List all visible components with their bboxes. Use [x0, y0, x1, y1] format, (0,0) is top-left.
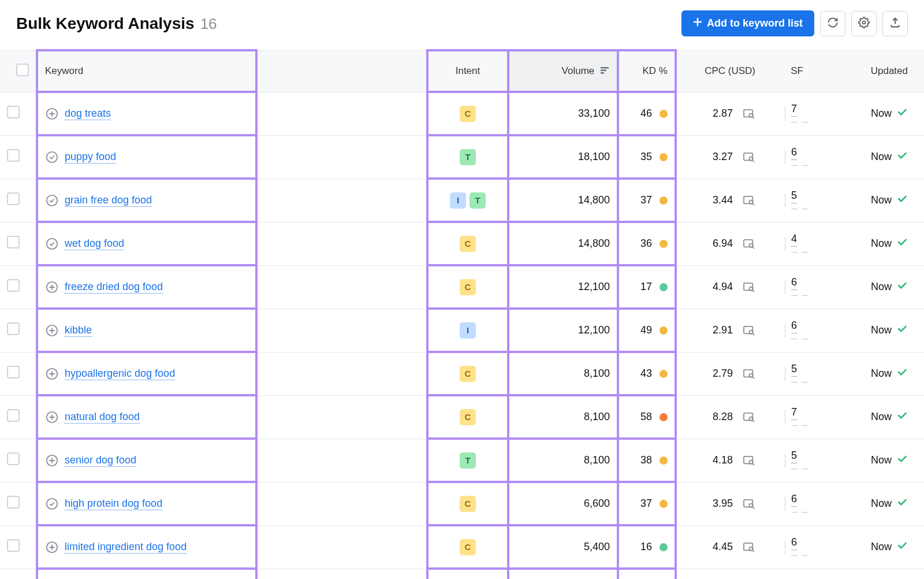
- add-keyword-icon[interactable]: [45, 280, 59, 294]
- row-checkbox[interactable]: [7, 279, 20, 292]
- sf-value[interactable]: 6: [791, 276, 797, 290]
- serp-preview-icon[interactable]: [743, 499, 755, 509]
- row-checkbox[interactable]: [7, 192, 20, 205]
- sf-trend-placeholder: — —: [791, 508, 809, 515]
- intent-tag-i[interactable]: I: [450, 192, 466, 209]
- intent-tag-t[interactable]: T: [470, 192, 486, 209]
- serp-preview-icon[interactable]: [743, 455, 755, 466]
- column-kd[interactable]: KD %: [618, 50, 676, 92]
- row-checkbox[interactable]: [7, 496, 20, 509]
- keyword-added-icon[interactable]: [45, 497, 59, 511]
- serp-preview-icon[interactable]: [743, 239, 755, 249]
- sf-value[interactable]: 6: [791, 320, 797, 333]
- column-kd-label: KD %: [643, 65, 668, 76]
- intent-tag-c[interactable]: C: [460, 279, 476, 295]
- sf-value[interactable]: 5: [791, 190, 797, 203]
- kd-difficulty-dot: [660, 110, 668, 118]
- row-checkbox[interactable]: [7, 366, 20, 378]
- intent-tag-i[interactable]: I: [460, 322, 476, 339]
- sf-trend-placeholder: — —: [791, 161, 809, 168]
- row-checkbox[interactable]: [7, 322, 20, 335]
- add-keyword-icon[interactable]: [45, 367, 59, 381]
- intent-tag-c[interactable]: C: [460, 236, 476, 252]
- sf-value[interactable]: 5: [791, 450, 797, 463]
- intent-tag-c[interactable]: C: [460, 496, 476, 512]
- volume-value: 8,100: [584, 454, 610, 466]
- intent-tag-c[interactable]: C: [460, 409, 476, 425]
- intent-tag-c[interactable]: C: [460, 366, 476, 382]
- column-cpc[interactable]: CPC (USD): [676, 50, 762, 92]
- cpc-value: 3.95: [713, 498, 733, 509]
- intent-tag-c[interactable]: C: [460, 106, 476, 122]
- add-to-keyword-list-button[interactable]: Add to keyword list: [681, 10, 814, 36]
- column-sf[interactable]: SF: [762, 50, 832, 92]
- keyword-link[interactable]: kibble: [65, 324, 92, 337]
- cpc-value: 3.27: [713, 151, 733, 162]
- svg-rect-2: [601, 70, 606, 72]
- intent-cell: C: [435, 106, 500, 122]
- checkmark-icon: [896, 410, 908, 424]
- keyword-link[interactable]: puppy food: [65, 151, 116, 164]
- keyword-link[interactable]: grain free dog food: [65, 194, 152, 207]
- sf-value[interactable]: 7: [791, 406, 797, 420]
- sf-value[interactable]: 6: [791, 493, 797, 507]
- column-cpc-label: CPC (USD): [705, 65, 755, 76]
- serp-preview-icon[interactable]: [743, 412, 755, 422]
- intent-tag-t[interactable]: T: [460, 452, 476, 469]
- row-checkbox[interactable]: [7, 409, 20, 422]
- export-button[interactable]: [882, 11, 908, 36]
- keyword-link[interactable]: dog treats: [65, 107, 111, 120]
- add-button-label: Add to keyword list: [707, 17, 803, 29]
- sf-value[interactable]: 6: [791, 146, 797, 160]
- serp-preview-icon[interactable]: [743, 369, 755, 379]
- column-volume[interactable]: Volume: [508, 50, 618, 92]
- add-keyword-icon[interactable]: [45, 410, 59, 424]
- keyword-link[interactable]: wet dog food: [65, 237, 124, 250]
- svg-point-31: [47, 498, 57, 509]
- sf-value[interactable]: 7: [791, 103, 797, 117]
- keyword-added-icon[interactable]: [45, 194, 59, 207]
- divider: [785, 497, 785, 511]
- result-count: 16: [200, 15, 217, 33]
- serp-preview-icon[interactable]: [743, 152, 755, 162]
- add-keyword-icon[interactable]: [45, 324, 59, 337]
- checkmark-icon: [896, 540, 908, 554]
- column-keyword[interactable]: Keyword: [37, 50, 256, 92]
- checkmark-icon: [896, 236, 908, 251]
- keyword-link[interactable]: high protein dog food: [65, 498, 162, 510]
- row-checkbox[interactable]: [7, 236, 20, 248]
- column-intent[interactable]: Intent: [427, 50, 508, 92]
- keyword-link[interactable]: freeze dried dog food: [65, 281, 163, 294]
- intent-tag-c[interactable]: C: [460, 539, 476, 555]
- column-intent-label: Intent: [456, 65, 480, 76]
- serp-preview-icon[interactable]: [743, 109, 755, 119]
- sf-value[interactable]: 4: [791, 233, 797, 247]
- column-updated[interactable]: Updated: [832, 50, 924, 92]
- row-checkbox[interactable]: [7, 106, 20, 118]
- keyword-link[interactable]: hypoallergenic dog food: [65, 368, 175, 380]
- row-checkbox[interactable]: [7, 452, 20, 465]
- row-checkbox[interactable]: [7, 539, 20, 552]
- sf-value[interactable]: 5: [791, 363, 797, 377]
- serp-preview-icon[interactable]: [743, 282, 755, 292]
- sf-cell: 6 — —: [785, 320, 809, 342]
- add-keyword-icon[interactable]: [45, 107, 59, 121]
- settings-button[interactable]: [851, 11, 877, 36]
- serp-preview-icon[interactable]: [743, 325, 755, 336]
- add-keyword-icon[interactable]: [45, 454, 59, 467]
- select-all-checkbox[interactable]: [16, 64, 29, 76]
- sf-value[interactable]: 6: [791, 536, 797, 550]
- keyword-added-icon[interactable]: [45, 237, 59, 251]
- keyword-link[interactable]: senior dog food: [65, 454, 136, 467]
- volume-value: 33,100: [578, 107, 610, 119]
- keyword-link[interactable]: natural dog food: [65, 411, 140, 424]
- keyword-link[interactable]: limited ingredient dog food: [65, 541, 187, 554]
- intent-tag-t[interactable]: T: [460, 149, 476, 165]
- add-keyword-icon[interactable]: [45, 540, 59, 554]
- checkmark-icon: [896, 323, 908, 337]
- serp-preview-icon[interactable]: [743, 195, 755, 206]
- refresh-button[interactable]: [820, 11, 845, 36]
- row-checkbox[interactable]: [7, 149, 20, 162]
- serp-preview-icon[interactable]: [743, 542, 755, 552]
- keyword-added-icon[interactable]: [45, 150, 59, 164]
